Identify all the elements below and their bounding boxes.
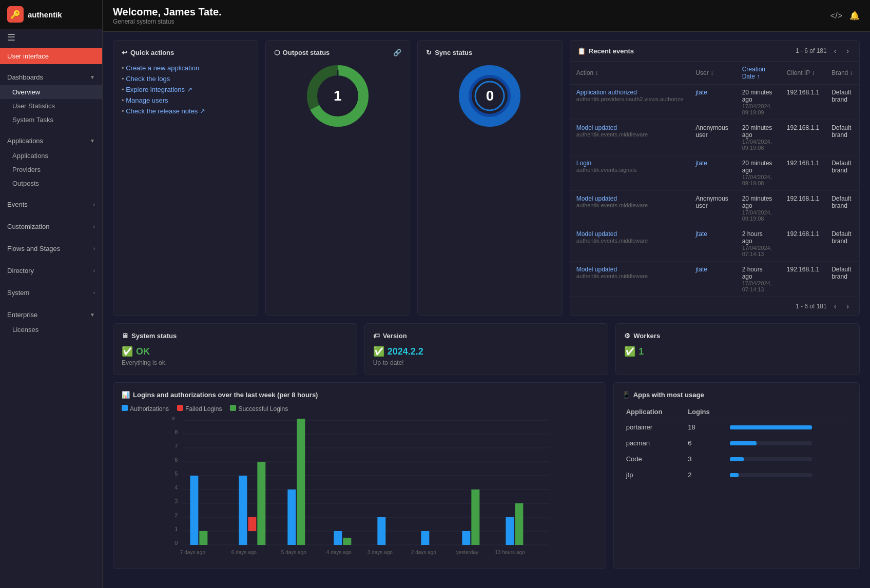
event-action-link[interactable]: Application authorized xyxy=(576,89,637,96)
check-icon: ✅ xyxy=(122,346,133,357)
code-icon[interactable]: </> xyxy=(830,11,842,21)
table-row: Model updated authentik.events.middlewar… xyxy=(570,120,859,155)
outpost-status-title: ⬡ Outpost status 🔗 xyxy=(274,49,402,56)
next-page-button-bottom[interactable]: › xyxy=(843,301,852,311)
col-action[interactable]: Action ↕ xyxy=(570,62,690,85)
nav-overview[interactable]: Overview xyxy=(0,85,102,99)
topbar: Welcome, James Tate. General system stat… xyxy=(103,0,870,32)
svg-rect-42 xyxy=(421,531,429,545)
anonymous-user: Anonymous user xyxy=(695,195,728,209)
event-ip-cell: 192.168.1.1 xyxy=(781,226,825,262)
workers-card: ⚙ Workers ✅ 1 xyxy=(615,323,860,375)
event-brand-cell: Default brand xyxy=(825,226,859,262)
prev-page-button[interactable]: ‹ xyxy=(831,46,840,56)
event-ip-cell: 192.168.1.1 xyxy=(781,85,825,120)
quick-actions-title: ↩ Quick actions xyxy=(122,49,249,56)
quick-action-explore-integrations[interactable]: Explore integrations ↗ xyxy=(122,84,249,95)
user-link[interactable]: jtate xyxy=(695,230,707,238)
event-action-sub: authentik.events.middleware xyxy=(576,238,684,244)
event-action-link[interactable]: Model updated xyxy=(576,124,617,131)
col-brand[interactable]: Brand ↕ xyxy=(825,62,859,85)
event-date: 17/04/2024, 07:14:13 xyxy=(742,280,775,292)
event-time: 20 minutes ago xyxy=(742,124,775,139)
svg-text:3 days ago: 3 days ago xyxy=(368,550,393,555)
quick-action-check-logs[interactable]: Check the logs xyxy=(122,73,249,84)
nav-providers[interactable]: Providers xyxy=(0,163,102,177)
svg-text:0: 0 xyxy=(175,540,178,546)
chart-legend: Authorizations Failed Logins Successful … xyxy=(122,405,597,413)
nav-system-tasks[interactable]: System Tasks xyxy=(0,113,102,127)
hamburger-menu[interactable]: ☰ xyxy=(0,29,102,46)
topbar-icons: </> 🔔 xyxy=(830,11,860,21)
svg-text:7: 7 xyxy=(175,443,178,449)
user-link[interactable]: jtate xyxy=(695,266,707,273)
quick-action-create-app[interactable]: Create a new application xyxy=(122,63,249,73)
nav-licenses[interactable]: Licenses xyxy=(0,323,102,337)
svg-text:4 days ago: 4 days ago xyxy=(326,550,352,555)
event-time: 20 minutes ago xyxy=(742,195,775,209)
outpost-link-icon[interactable]: 🔗 xyxy=(393,49,401,56)
version-card: 🏷 Version ✅ 2024.2.2 Up-to-date! xyxy=(364,323,609,375)
next-page-button[interactable]: › xyxy=(843,46,852,56)
nav-enterprise[interactable]: Enterprise ▼ xyxy=(0,307,102,323)
quick-action-release-notes[interactable]: Check the release notes ↗ xyxy=(122,106,249,116)
nav-applications[interactable]: Applications ▼ xyxy=(0,133,102,149)
bell-icon[interactable]: 🔔 xyxy=(849,11,860,21)
nav-flows-stages[interactable]: Flows and Stages › xyxy=(0,241,102,257)
app-name: jtp xyxy=(622,467,684,483)
prev-page-button-bottom[interactable]: ‹ xyxy=(831,301,840,311)
bar-background xyxy=(730,425,812,429)
event-time: 20 minutes ago xyxy=(742,89,775,103)
nav-dashboards[interactable]: Dashboards ▼ xyxy=(0,69,102,85)
event-user-cell: jtate xyxy=(689,85,736,120)
col-creation-date[interactable]: Creation Date ↑ xyxy=(736,62,781,85)
table-row: Application authorized authentik.provide… xyxy=(570,85,859,120)
svg-text:3: 3 xyxy=(175,498,178,504)
event-time-cell: 20 minutes ago 17/04/2024, 09:19:08 xyxy=(736,120,781,155)
event-action-link[interactable]: Model updated xyxy=(576,195,617,202)
nav-events[interactable]: Events › xyxy=(0,197,102,212)
event-action-link[interactable]: Model updated xyxy=(576,266,617,273)
recent-events-title: 📋 Recent events xyxy=(577,47,634,55)
user-link[interactable]: jtate xyxy=(695,160,707,167)
event-ip-cell: 192.168.1.1 xyxy=(781,262,825,297)
bar-chart-svg: 0 1 2 3 4 5 6 7 8 9 10 xyxy=(122,417,597,560)
nav-user-statistics[interactable]: User Statistics xyxy=(0,99,102,113)
page-subtitle: General system status xyxy=(113,18,222,25)
event-user-cell: jtate xyxy=(689,155,736,191)
bottom-row: 📊 Logins and authorizations over the las… xyxy=(113,382,860,569)
svg-rect-35 xyxy=(297,419,305,545)
user-interface-button[interactable]: User interface xyxy=(0,48,102,64)
version-title: 🏷 Version xyxy=(373,332,600,340)
chart-icon: 📊 xyxy=(122,391,130,399)
outpost-status-card: ⬡ Outpost status 🔗 1 xyxy=(265,40,411,316)
chevron-right-icon: › xyxy=(93,202,95,207)
user-interface-section: User interface xyxy=(0,46,102,66)
events-table: Action ↕ User ↕ Creation Date ↑ Client I… xyxy=(570,62,859,297)
app-bar-cell xyxy=(726,419,851,436)
nav-customization[interactable]: Customization › xyxy=(0,219,102,234)
event-time-cell: 20 minutes ago 17/04/2024, 09:19:08 xyxy=(736,191,781,226)
event-action-link[interactable]: Login xyxy=(576,160,591,167)
quick-action-manage-users[interactable]: Manage users xyxy=(122,95,249,106)
user-link[interactable]: jtate xyxy=(695,89,707,96)
workers-title: ⚙ Workers xyxy=(624,332,851,340)
nav-directory[interactable]: Directory › xyxy=(0,263,102,279)
event-time-cell: 2 hours ago 17/04/2024, 07:14:13 xyxy=(736,226,781,262)
col-client-ip[interactable]: Client IP ↕ xyxy=(781,62,825,85)
event-date: 17/04/2024, 09:19:08 xyxy=(742,139,775,151)
check-icon: ✅ xyxy=(373,346,384,357)
nav-applications-sub[interactable]: Applications xyxy=(0,149,102,163)
nav-outposts[interactable]: Outposts xyxy=(0,177,102,190)
svg-text:7 days ago: 7 days ago xyxy=(180,550,205,555)
app-logins: 18 xyxy=(684,419,725,436)
event-date: 17/04/2024, 09:19:09 xyxy=(742,103,775,115)
events-icon: 📋 xyxy=(577,47,586,55)
list-item: portainer 18 xyxy=(622,419,851,436)
system-status-title: 🖥 System status xyxy=(122,332,349,340)
nav-system[interactable]: System › xyxy=(0,285,102,301)
col-user[interactable]: User ↕ xyxy=(689,62,736,85)
app-logins: 2 xyxy=(684,467,725,483)
event-action-link[interactable]: Model updated xyxy=(576,230,617,238)
event-time: 20 minutes ago xyxy=(742,160,775,174)
